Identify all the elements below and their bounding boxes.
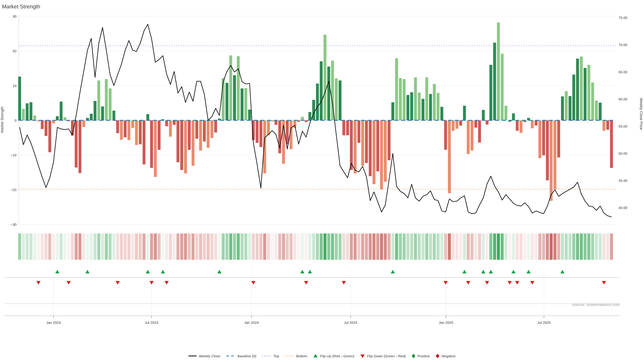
heatmap-cell bbox=[320, 233, 323, 260]
heatmap-cell bbox=[568, 233, 572, 260]
flip-up-icon bbox=[55, 270, 59, 274]
strength-bar bbox=[308, 112, 311, 120]
flip-up-icon bbox=[146, 270, 150, 274]
strength-bar bbox=[342, 120, 345, 135]
heatmap-cell bbox=[271, 233, 274, 260]
heatmap-cell bbox=[368, 233, 372, 260]
y-right-tick-label: 65.00 bbox=[618, 70, 628, 74]
strength-bar bbox=[196, 120, 198, 139]
heatmap-cell bbox=[214, 233, 217, 260]
heatmap-cell bbox=[455, 233, 458, 260]
y-right-tick-label: 45.00 bbox=[618, 179, 628, 183]
positive-dot-icon bbox=[412, 354, 415, 358]
y-axis-left-ticks: 3020100−10−20−30 bbox=[10, 14, 16, 226]
heatmap-cell bbox=[260, 233, 262, 260]
x-axis: Jan 2023Jul 2023Jan 2024Jul 2024Jan 2025… bbox=[4, 316, 620, 325]
strength-bar bbox=[94, 101, 96, 120]
strength-bar bbox=[535, 120, 538, 125]
strength-bar bbox=[425, 77, 428, 120]
heatmap-cell bbox=[561, 233, 564, 260]
heatmap-cell bbox=[595, 233, 598, 260]
strength-bar bbox=[214, 120, 217, 132]
strength-bar bbox=[482, 110, 485, 120]
heatmap-cell bbox=[478, 233, 481, 260]
flip-down-icon bbox=[485, 281, 489, 285]
heatmap-cell bbox=[444, 233, 447, 260]
flip-up-icon bbox=[85, 270, 90, 274]
heatmap-cell bbox=[29, 233, 32, 260]
heatmap-cell bbox=[267, 233, 270, 260]
strength-bar bbox=[580, 56, 583, 120]
heatmap-cell bbox=[135, 233, 138, 260]
legend-item: Positive bbox=[412, 354, 430, 358]
strength-bar bbox=[440, 107, 443, 120]
heatmap-cell bbox=[52, 233, 55, 260]
strength-bar bbox=[588, 65, 590, 120]
heatmap-cell bbox=[331, 233, 334, 260]
heatmap-cell bbox=[169, 233, 172, 260]
strength-bar bbox=[305, 120, 308, 122]
strength-bar bbox=[452, 120, 454, 131]
strength-bar bbox=[237, 56, 240, 120]
heatmap-cell bbox=[425, 233, 428, 260]
legend-item: Weekly Close bbox=[188, 354, 220, 358]
heatmap-cell bbox=[112, 233, 116, 260]
legend-item: Flip Down (Green→Red) bbox=[360, 354, 406, 358]
strength-bar bbox=[30, 102, 32, 120]
heatmap-cell bbox=[108, 233, 112, 260]
flip-down-icon bbox=[66, 281, 71, 285]
flip-up-icon bbox=[489, 270, 493, 274]
heatmap-cell bbox=[226, 233, 228, 260]
heatmap-cell bbox=[508, 233, 511, 260]
heatmap-cell bbox=[436, 233, 440, 260]
heatmap-cell bbox=[18, 233, 21, 260]
strength-bar bbox=[512, 113, 515, 120]
heatmap-cell bbox=[335, 233, 338, 260]
strength-bar bbox=[493, 42, 496, 120]
strength-bar bbox=[584, 68, 586, 120]
strength-bar bbox=[271, 120, 274, 121]
heatmap-cell bbox=[546, 233, 549, 260]
heatmap-cell bbox=[75, 233, 78, 260]
heatmap-cell bbox=[587, 233, 590, 260]
flip-down-icon bbox=[304, 281, 308, 285]
heatmap-cell bbox=[44, 233, 48, 260]
heatmap-cell bbox=[237, 233, 240, 260]
flip-up-icon bbox=[481, 270, 485, 274]
heatmap-cell bbox=[584, 233, 587, 260]
strength-bar bbox=[414, 77, 417, 120]
heatmap-cell bbox=[71, 233, 74, 260]
y-right-tick-label: 40.00 bbox=[618, 206, 628, 210]
strength-bar bbox=[188, 120, 191, 150]
strength-bar bbox=[278, 120, 281, 153]
heatmap-cell bbox=[252, 233, 255, 260]
legend-label: Baseline (0) bbox=[238, 354, 256, 358]
heatmap-cell bbox=[210, 233, 213, 260]
page-title: Market Strength bbox=[2, 3, 40, 9]
y-right-tick-label: 50.00 bbox=[618, 151, 628, 155]
strength-bar bbox=[429, 94, 432, 120]
strength-bar bbox=[131, 120, 134, 128]
strength-bar bbox=[456, 120, 458, 129]
strength-bar bbox=[395, 58, 398, 120]
flip-down-icon bbox=[444, 281, 448, 285]
heatmap-cell bbox=[101, 233, 104, 260]
heatmap-cell bbox=[489, 233, 492, 260]
heatmap-cell bbox=[120, 233, 123, 260]
strength-bar bbox=[358, 120, 360, 143]
strength-bar bbox=[422, 99, 424, 120]
heatmap-cell bbox=[376, 233, 379, 260]
heatmap-cell bbox=[278, 233, 281, 260]
strength-bars bbox=[18, 22, 613, 201]
heatmap-cell bbox=[188, 233, 191, 260]
heatmap-cell bbox=[557, 233, 560, 260]
heatmap-cell bbox=[297, 233, 300, 260]
x-tick-label: Jan 2024 bbox=[244, 321, 259, 325]
heatmap-cell bbox=[580, 233, 583, 260]
heatmap-cell bbox=[22, 233, 25, 260]
heatmap-cell bbox=[240, 233, 244, 260]
heatmap-cell bbox=[165, 233, 168, 260]
heatmap-cell bbox=[448, 233, 451, 260]
heatmap-cell bbox=[48, 233, 51, 260]
heatmap-cell bbox=[304, 233, 308, 260]
